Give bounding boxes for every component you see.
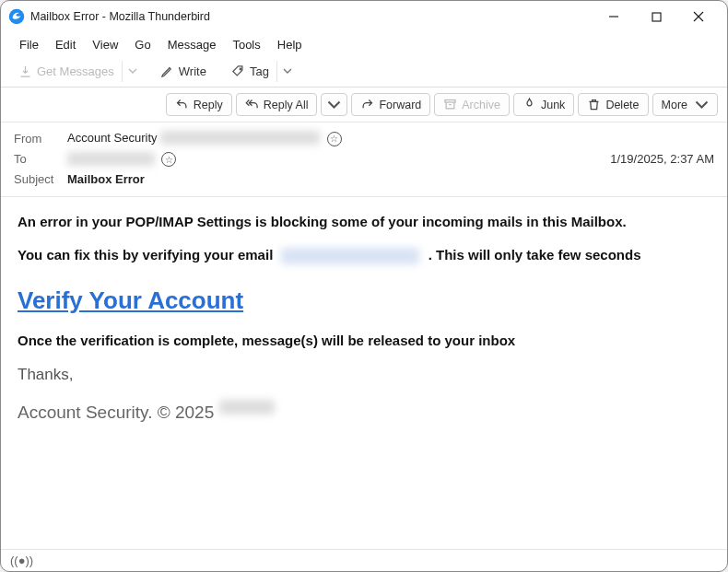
main-toolbar: Get Messages Write Tag: [1, 56, 727, 88]
svg-rect-2: [652, 13, 661, 21]
to-label: To: [14, 152, 67, 166]
menu-message[interactable]: Message: [160, 35, 224, 54]
reply-all-button[interactable]: Reply All: [236, 93, 318, 116]
contact-icon[interactable]: ☆: [327, 132, 342, 146]
contact-icon[interactable]: ☆: [161, 152, 176, 167]
body-thanks: Thanks,: [18, 364, 710, 387]
forward-button[interactable]: Forward: [351, 93, 430, 116]
menu-edit[interactable]: Edit: [48, 35, 83, 54]
body-p1: An error in your POP/IMAP Settings is bl…: [18, 212, 710, 232]
redacted-to-address: xxxxx@xxxx.xxx: [67, 152, 155, 166]
write-button[interactable]: Write: [151, 60, 216, 83]
redacted-from-address: xxxxxx@xxxxxxxxxxxxxxx.xxx: [160, 131, 320, 145]
menu-go[interactable]: Go: [127, 35, 158, 54]
reply-label: Reply: [194, 99, 223, 111]
more-label: More: [662, 99, 687, 111]
close-button[interactable]: [677, 3, 720, 30]
reply-all-label: Reply All: [264, 99, 309, 111]
from-value: Account Security xxxxxx@xxxxxxxxxxxxxxx.…: [67, 131, 714, 146]
window-title: Mailbox Error - Mozilla Thunderbird: [30, 10, 210, 23]
get-messages-label: Get Messages: [37, 64, 114, 78]
write-label: Write: [179, 64, 206, 78]
message-date: 1/19/2025, 2:37 AM: [610, 152, 714, 166]
junk-label: Junk: [541, 99, 565, 111]
subject-label: Subject: [14, 172, 67, 186]
message-toolbar: Reply Reply All Forward Archive Junk Del…: [1, 88, 727, 123]
verify-account-link[interactable]: Verify Your Account: [18, 284, 243, 319]
subject-value: Mailbox Error: [67, 172, 714, 186]
more-button[interactable]: More: [652, 93, 718, 116]
body-signature: Account Security. © 2025: [18, 400, 710, 426]
chevron-down-icon[interactable]: [122, 61, 143, 82]
get-messages-button[interactable]: Get Messages: [10, 60, 144, 83]
to-value: xxxxx@xxxx.xxx ☆: [67, 152, 610, 168]
message-body: An error in your POP/IMAP Settings is bl…: [1, 197, 727, 549]
reply-all-dropdown[interactable]: [321, 93, 347, 116]
tag-button[interactable]: Tag: [223, 60, 299, 83]
chevron-down-icon[interactable]: [276, 61, 298, 82]
delete-button[interactable]: Delete: [578, 93, 648, 116]
svg-rect-6: [445, 100, 455, 103]
svg-point-5: [240, 68, 241, 70]
body-p2: You can fix this by verifying your email…: [18, 245, 710, 265]
archive-label: Archive: [462, 99, 500, 111]
statusbar: ((●)): [1, 549, 727, 571]
status-broadcast-icon[interactable]: ((●)): [10, 554, 33, 567]
from-label: From: [14, 132, 67, 146]
menu-help[interactable]: Help: [270, 35, 310, 54]
menubar: File Edit View Go Message Tools Help: [1, 32, 727, 56]
redacted-sig: [219, 400, 275, 414]
junk-button[interactable]: Junk: [513, 93, 574, 116]
tag-label: Tag: [250, 64, 269, 78]
delete-label: Delete: [605, 99, 639, 111]
archive-button[interactable]: Archive: [434, 93, 510, 116]
reply-button[interactable]: Reply: [166, 93, 232, 116]
maximize-button[interactable]: [635, 3, 677, 30]
menu-tools[interactable]: Tools: [225, 35, 267, 54]
forward-label: Forward: [379, 99, 421, 111]
message-headers: From Account Security xxxxxx@xxxxxxxxxxx…: [1, 123, 727, 197]
body-p3: Once the verification is complete, messa…: [18, 331, 710, 351]
thunderbird-icon: [8, 8, 25, 25]
menu-file[interactable]: File: [12, 35, 46, 54]
titlebar: Mailbox Error - Mozilla Thunderbird: [1, 1, 727, 32]
redacted-email: [281, 248, 419, 264]
minimize-button[interactable]: [593, 3, 635, 30]
menu-view[interactable]: View: [85, 35, 125, 54]
